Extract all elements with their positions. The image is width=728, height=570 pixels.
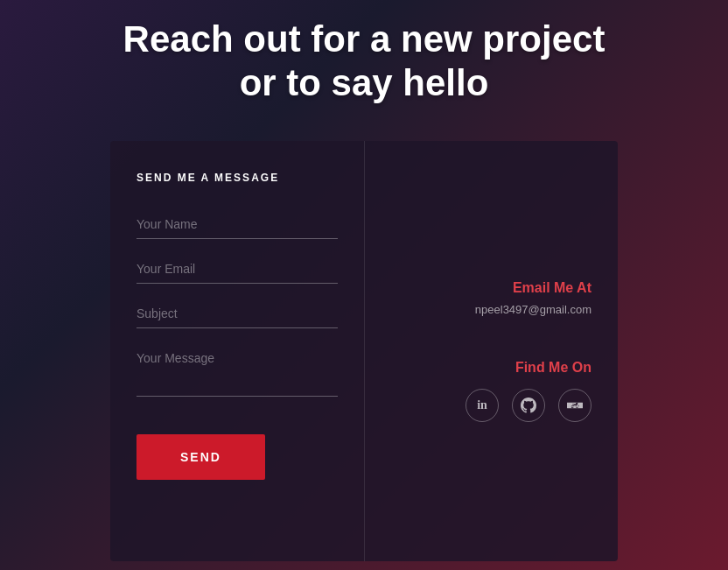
name-field-group — [136, 210, 338, 239]
social-section: Find Me On — [466, 360, 592, 422]
email-label: Email Me At — [475, 280, 592, 296]
github-icon[interactable] — [512, 389, 545, 422]
message-textarea[interactable] — [136, 344, 338, 397]
contact-info-panel: Email Me At npeel3497@gmail.com Find Me … — [365, 141, 619, 561]
linkedin-icon[interactable] — [466, 389, 499, 422]
subject-field-group — [136, 299, 338, 328]
message-field-group — [136, 344, 338, 397]
form-panel: SEND ME A MESSAGE SEND — [110, 141, 365, 561]
email-value: npeel3497@gmail.com — [475, 303, 592, 316]
email-section: Email Me At npeel3497@gmail.com — [475, 280, 592, 316]
name-input[interactable] — [136, 210, 338, 239]
form-section-title: SEND ME A MESSAGE — [136, 172, 338, 184]
contact-card: SEND ME A MESSAGE SEND Email Me At npeel… — [110, 141, 618, 561]
email-input[interactable] — [136, 255, 338, 284]
social-icons — [466, 389, 592, 422]
social-label: Find Me On — [466, 360, 592, 376]
codepen-icon[interactable] — [558, 389, 592, 422]
page-title: Reach out for a new project or to say he… — [102, 18, 626, 106]
email-field-group — [136, 255, 338, 284]
subject-input[interactable] — [136, 299, 338, 328]
send-button[interactable]: SEND — [136, 434, 265, 480]
